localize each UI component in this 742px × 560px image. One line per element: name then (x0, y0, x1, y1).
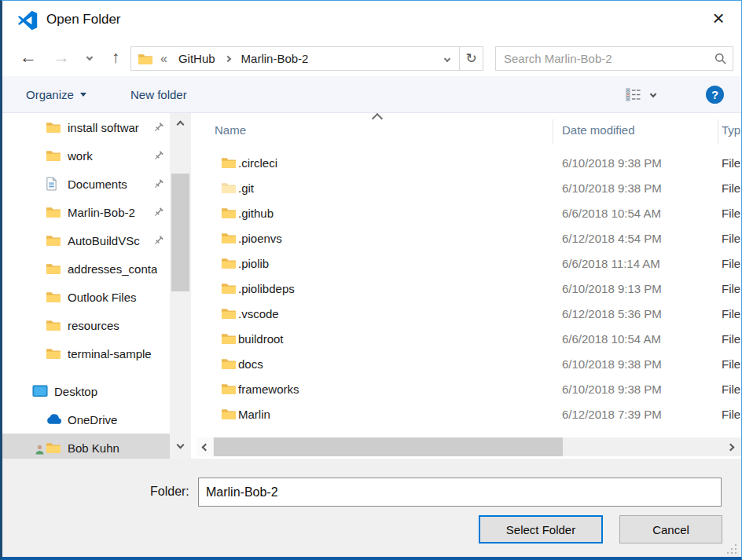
sidebar-scrollbar-thumb[interactable] (171, 174, 189, 291)
address-bar[interactable]: « GitHub Marlin-Bob-2 ↻ (130, 46, 483, 71)
refresh-icon[interactable]: ↻ (459, 47, 483, 70)
recent-locations-chevron-icon[interactable] (79, 42, 100, 73)
horizontal-scrollbar[interactable] (197, 437, 741, 456)
search-icon[interactable] (709, 53, 733, 65)
folder-label: Folder: (150, 485, 189, 499)
type-cell: File (722, 357, 740, 371)
horizontal-scrollbar-thumb[interactable] (214, 437, 563, 456)
file-rows: .circleci 6/10/2018 9:38 PM File .git 6/… (197, 150, 741, 426)
scroll-down-icon[interactable] (170, 438, 191, 454)
file-row[interactable]: .vscode 6/12/2018 5:36 PM File (197, 301, 741, 326)
up-arrow-icon[interactable]: ↑ (103, 42, 128, 73)
folder-icon (46, 148, 62, 163)
sidebar: install softwar work Documents Marlin-Bo… (2, 113, 170, 459)
select-folder-button[interactable]: Select Folder (479, 515, 603, 544)
pin-icon (153, 235, 163, 245)
scroll-right-icon[interactable] (722, 437, 738, 456)
address-dropdown-chevron-icon[interactable] (435, 47, 459, 70)
sidebar-item-work[interactable]: work (2, 141, 170, 170)
breadcrumb-overflow-icon[interactable]: « (160, 52, 167, 66)
close-icon[interactable]: × (700, 1, 736, 35)
back-arrow-icon[interactable]: ← (15, 42, 42, 73)
file-name-cell: buildroot (238, 332, 284, 346)
file-row[interactable]: .piolib 6/6/2018 11:14 AM File (197, 251, 741, 276)
date-modified-cell: 6/6/2018 11:14 AM (562, 257, 660, 270)
window-title: Open Folder (46, 12, 121, 27)
new-folder-button[interactable]: New folder (130, 76, 187, 112)
file-row[interactable]: .piolibdeps 6/10/2018 9:13 PM File (197, 276, 741, 301)
file-row[interactable]: frameworks 6/10/2018 9:38 PM File (197, 376, 741, 401)
column-header-type[interactable]: Typ (722, 123, 740, 137)
sidebar-item-onedrive[interactable]: OneDrive (2, 405, 170, 434)
sidebar-item-marlin-bob-2[interactable]: Marlin-Bob-2 (2, 198, 170, 226)
address-folder-icon (138, 53, 152, 65)
date-modified-cell: 6/6/2018 10:54 AM (562, 207, 661, 220)
vscode-logo-icon (17, 10, 38, 31)
pin-icon (153, 178, 163, 188)
type-cell: File (722, 232, 740, 245)
help-button[interactable]: ? (706, 76, 724, 112)
folder-icon (221, 181, 236, 194)
folder-icon (221, 357, 236, 370)
file-row[interactable]: .pioenvs 6/12/2018 4:54 PM File (197, 225, 741, 251)
change-view-button[interactable] (626, 76, 656, 112)
file-row[interactable]: .github 6/6/2018 10:54 AM File (197, 200, 741, 225)
date-modified-cell: 6/12/2018 7:39 PM (562, 408, 662, 421)
sidebar-item-desktop[interactable]: Desktop (2, 377, 170, 405)
forward-arrow-icon[interactable]: → (48, 42, 75, 73)
folder-icon (221, 257, 236, 269)
file-name-cell: .circleci (238, 156, 277, 170)
command-bar: Organize New folder (2, 76, 741, 113)
scroll-up-icon[interactable] (170, 115, 191, 130)
sidebar-item-terminal-sample[interactable]: terminal-sample (2, 339, 170, 368)
onedrive-icon (46, 412, 62, 426)
file-name-cell: .github (238, 207, 274, 220)
sidebar-item-install-softwar[interactable]: install softwar (2, 113, 170, 141)
file-name-cell: .piolibdeps (238, 282, 295, 295)
sidebar-item-outlook-files[interactable]: Outlook Files (2, 283, 170, 311)
column-header-date-modified[interactable]: Date modified (562, 123, 635, 137)
sidebar-item-addresses-conta[interactable]: addresses_conta (2, 254, 170, 283)
column-header-name[interactable]: Name (215, 123, 246, 137)
sidebar-item-resources[interactable]: resources (2, 311, 170, 339)
cancel-button[interactable]: Cancel (619, 515, 722, 544)
documents-icon (46, 177, 62, 191)
organize-button[interactable]: Organize (26, 76, 86, 112)
sidebar-item-autobuildvsc[interactable]: AutoBuildVSc (2, 226, 170, 254)
date-modified-cell: 6/12/2018 5:36 PM (562, 307, 662, 320)
open-folder-dialog: Open Folder × ← → ↑ « GitHub Marlin-Bob-… (0, 0, 742, 560)
date-modified-cell: 6/6/2018 10:54 AM (562, 332, 661, 346)
help-icon: ? (706, 86, 724, 104)
file-name-cell: Marlin (238, 408, 270, 421)
type-cell: File (722, 307, 740, 320)
file-row[interactable]: Marlin 6/12/2018 7:39 PM File (197, 401, 741, 426)
breadcrumb-item-github[interactable]: GitHub (178, 52, 215, 65)
file-row[interactable]: .git 6/10/2018 9:38 PM File (197, 175, 741, 200)
file-row[interactable]: buildroot 6/6/2018 10:54 AM File (197, 326, 741, 351)
resize-grip[interactable] (727, 544, 737, 555)
breadcrumb-item-marlin-bob-2[interactable]: Marlin-Bob-2 (241, 52, 309, 65)
file-row[interactable]: docs 6/10/2018 9:38 PM File (197, 351, 741, 376)
search-input[interactable] (496, 52, 709, 65)
type-cell: File (722, 257, 740, 270)
sidebar-scrollbar[interactable] (170, 113, 191, 459)
date-modified-cell: 6/10/2018 9:13 PM (562, 282, 662, 295)
folder-icon (221, 156, 236, 169)
file-name-cell: .vscode (238, 307, 279, 320)
dialog-footer: Folder: Select Folder Cancel (2, 459, 741, 558)
sidebar-item-bob-kuhn[interactable]: Bob Kuhn (2, 434, 170, 459)
file-row[interactable]: .circleci 6/10/2018 9:38 PM File (197, 150, 741, 175)
scroll-left-icon[interactable] (197, 437, 213, 456)
main-area: install softwar work Documents Marlin-Bo… (2, 113, 741, 459)
folder-icon (46, 262, 62, 276)
sidebar-item-documents[interactable]: Documents (2, 170, 170, 198)
folder-icon (46, 120, 62, 134)
folder-icon (221, 332, 236, 345)
view-dropdown-chevron-icon (650, 91, 656, 97)
date-modified-cell: 6/12/2018 4:54 PM (562, 232, 662, 245)
user-folder-icon (46, 441, 62, 455)
title-bar: Open Folder × (2, 1, 741, 42)
folder-icon (46, 233, 62, 247)
file-name-cell: frameworks (238, 382, 299, 396)
folder-name-input[interactable] (198, 478, 722, 507)
